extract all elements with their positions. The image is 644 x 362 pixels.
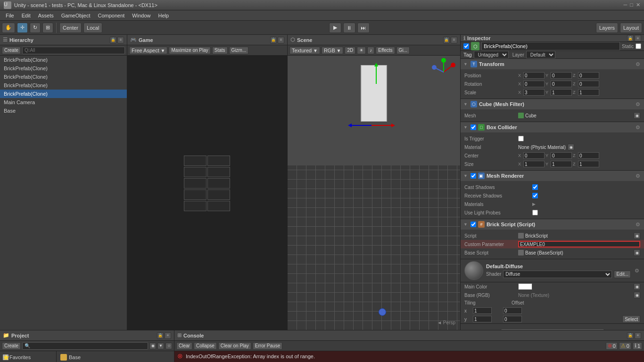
cast-shadows-checkbox[interactable] (532, 184, 538, 190)
scale-tool-btn[interactable]: ⊞ (42, 23, 53, 33)
warning-count-btn[interactable]: ⚠ 0 (619, 342, 631, 350)
hierarchy-item[interactable]: BrickPrefab(Clone) (0, 64, 127, 73)
menu-assets[interactable]: Assets (34, 12, 58, 19)
layers-dropdown[interactable]: Layers (596, 23, 618, 33)
main-color-preview[interactable] (518, 283, 532, 290)
static-checkbox[interactable] (636, 43, 641, 49)
select-btn[interactable]: Select (622, 315, 640, 323)
local-btn[interactable]: Local (83, 23, 102, 33)
pos-y-input[interactable] (551, 72, 572, 79)
game-lock-btn[interactable]: 🔒 (270, 37, 277, 43)
scene-lock-btn[interactable]: 🔒 (443, 37, 450, 43)
base-script-select-btn[interactable]: ◉ (634, 249, 640, 256)
menu-file[interactable]: File (2, 12, 18, 19)
scale-y-input[interactable] (551, 89, 572, 96)
scale-x-input[interactable] (523, 89, 545, 96)
shader-edit-btn[interactable]: Edit... (614, 271, 631, 278)
rot-y-input[interactable] (551, 81, 572, 87)
console-menu-btn[interactable]: ≡ (635, 332, 641, 339)
menu-gameobject[interactable]: GameObject (58, 12, 94, 19)
console-error-row[interactable]: ⊗ IndexOutOfRangeException: Array index … (174, 351, 644, 362)
rot-z-input[interactable] (578, 81, 599, 87)
size-x-input[interactable] (523, 161, 545, 167)
brick-script-header[interactable]: ▼ # Brick Script (Script) ⚙ (461, 219, 644, 230)
size-y-input[interactable] (551, 161, 572, 167)
pos-x-input[interactable] (523, 72, 545, 79)
hierarchy-item-selected[interactable]: BrickPrefab(Clone) (0, 90, 127, 98)
hierarchy-create-btn[interactable]: Create (2, 47, 21, 54)
tiling-y-input[interactable] (473, 316, 492, 322)
audio-btn[interactable]: ♪ (367, 47, 374, 54)
clear-btn[interactable]: Clear (176, 342, 192, 350)
textured-dropdown[interactable]: Textured ▼ (289, 47, 320, 54)
maximize-play-btn[interactable]: Maximize on Play (169, 47, 210, 54)
rgb-dropdown[interactable]: RGB ▼ (322, 47, 344, 54)
menu-help[interactable]: Help (154, 12, 173, 19)
material-select-btn[interactable]: ◉ (568, 144, 574, 150)
mesh-select-btn[interactable]: ◉ (634, 112, 640, 119)
size-z-input[interactable] (578, 161, 599, 167)
scale-z-input[interactable] (578, 89, 599, 96)
hierarchy-menu-btn[interactable]: ≡ (117, 37, 124, 43)
transform-settings-icon[interactable]: ⚙ (635, 61, 641, 67)
hierarchy-item-base[interactable]: Base (0, 107, 127, 115)
error-count-btn[interactable]: ⊗ 0 (606, 342, 618, 350)
mesh-filter-header[interactable]: ▼ ⬡ Cube (Mesh Filter) ⚙ (461, 99, 644, 109)
2d-btn[interactable]: 2D (345, 47, 355, 54)
aspect-dropdown[interactable]: Free Aspect ▼ (129, 47, 167, 54)
project-menu-btn[interactable]: ≡ (165, 332, 171, 339)
hierarchy-lock-btn[interactable]: 🔒 (110, 37, 116, 43)
custom-param-input[interactable] (518, 241, 640, 247)
effects-btn[interactable]: Effects (376, 47, 395, 54)
project-search-opts[interactable]: ◉ (149, 343, 156, 349)
layer-select[interactable]: Default (526, 51, 555, 58)
rotate-tool-btn[interactable]: ↻ (30, 23, 41, 33)
transform-header[interactable]: ▼ T Transform ⚙ (461, 59, 644, 69)
project-lock-btn[interactable]: 🔒 (157, 332, 164, 339)
hierarchy-item[interactable]: BrickPrefab(Clone) (0, 56, 127, 64)
step-btn[interactable]: ⏭ (357, 23, 370, 33)
hierarchy-item[interactable]: BrickPrefab(Clone) (0, 73, 127, 81)
brick-script-settings-icon[interactable]: ⚙ (635, 221, 641, 228)
is-trigger-checkbox[interactable] (518, 136, 524, 141)
texture-select-btn[interactable]: ◉ (634, 292, 640, 298)
inspector-menu-btn[interactable]: ≡ (635, 35, 641, 41)
mesh-renderer-settings-icon[interactable]: ⚙ (635, 173, 641, 179)
center-btn[interactable]: Center (59, 23, 82, 33)
layout-dropdown[interactable]: Layout (620, 23, 642, 33)
box-collider-header[interactable]: ▼ □ Box Collider ⚙ (461, 122, 644, 132)
favorites-item[interactable]: ⭐ Favorites (0, 353, 56, 362)
mesh-filter-settings-icon[interactable]: ⚙ (635, 101, 641, 107)
pos-z-input[interactable] (578, 72, 599, 79)
object-name-input[interactable] (481, 42, 620, 50)
minimize-btn[interactable]: ─ (624, 2, 627, 8)
add-component-btn[interactable]: Add Component (501, 329, 604, 330)
console-lock-btn[interactable]: 🔒 (627, 332, 634, 339)
offset-y-input[interactable] (503, 316, 522, 322)
center-x-input[interactable] (523, 152, 545, 159)
game-menu-btn[interactable]: ≡ (278, 37, 284, 43)
gizmos-game-btn[interactable]: Gizm... (229, 47, 249, 54)
material-settings-icon[interactable]: ⚙ (634, 267, 640, 274)
error-pause-btn[interactable]: Error Pause (253, 342, 282, 350)
center-z-input[interactable] (578, 152, 599, 159)
collapse-btn[interactable]: Collapse (194, 342, 217, 350)
log-count-btn[interactable]: ℹ 1 (633, 342, 642, 350)
project-create-btn[interactable]: Create (2, 342, 21, 350)
lighting-btn[interactable]: ☀ (357, 47, 366, 54)
hierarchy-item[interactable]: BrickPrefab(Clone) (0, 81, 127, 90)
pause-btn[interactable]: ⏸ (343, 23, 355, 33)
shader-select[interactable]: Diffuse (503, 271, 612, 278)
move-tool-btn[interactable]: ✛ (17, 23, 28, 33)
menu-component[interactable]: Component (94, 12, 128, 19)
project-options-btn[interactable]: ☆ (165, 343, 172, 349)
menu-window[interactable]: Window (128, 12, 154, 19)
rot-x-input[interactable] (523, 81, 545, 87)
script-select-btn[interactable]: ◉ (634, 232, 640, 239)
center-y-input[interactable] (551, 152, 572, 159)
menu-edit[interactable]: Edit (18, 12, 34, 19)
tag-select[interactable]: Untagged (474, 51, 509, 58)
mesh-renderer-header[interactable]: ▼ ▣ Mesh Renderer ⚙ (461, 171, 644, 181)
stats-btn[interactable]: Stats (212, 47, 228, 54)
close-btn[interactable]: ✕ (636, 2, 640, 8)
